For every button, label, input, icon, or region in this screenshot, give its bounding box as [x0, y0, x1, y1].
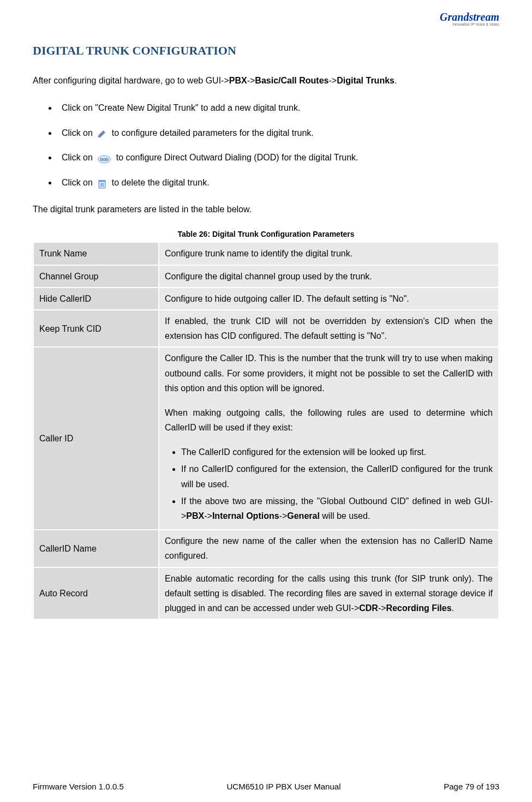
list-item: If no CallerID configured for the extens…: [181, 462, 493, 491]
intro-basiccall: Basic/Call Routes: [255, 76, 328, 85]
edit-icon: [97, 129, 107, 137]
table-row: Keep Trunk CID If enabled, the trunk CID…: [33, 310, 499, 347]
brand-logo-text: Grandstream: [417, 11, 499, 23]
dod-icon: DOD: [97, 154, 111, 163]
list-item: Click on DOD to configure Direct Outward…: [57, 151, 499, 165]
list-item: Click on to delete the digital trunk.: [57, 176, 499, 190]
footer-page-number: Page 79 of 193: [444, 782, 499, 791]
footer-doc-title: UCM6510 IP PBX User Manual: [227, 782, 341, 791]
list-item: Click on to configure detailed parameter…: [57, 126, 499, 140]
list-item: Click on "Create New Digital Trunk" to a…: [57, 101, 499, 115]
mid-paragraph: The digital trunk parameters are listed …: [33, 203, 499, 216]
delete-icon: [97, 179, 107, 188]
bullet-text: to configure Direct Outward Dialing (DOD…: [116, 153, 358, 162]
autorecord-rf: Recording Files: [386, 603, 452, 613]
bullet-text: Click on "Create New Digital Trunk" to a…: [62, 103, 300, 112]
table-row: Trunk Name Configure trunk name to ident…: [33, 242, 499, 265]
bullet-text: Click on: [62, 153, 95, 162]
rule3-arr1: ->: [204, 511, 212, 520]
param-description: Configure the new name of the caller whe…: [159, 530, 499, 567]
table-row: Auto Record Enable automatic recording f…: [33, 567, 499, 620]
callerid-para1: Configure the Caller ID. This is the num…: [165, 351, 493, 396]
bullet-text: Click on: [62, 128, 95, 137]
rule3-end: will be used.: [320, 511, 370, 520]
param-description: Configure the digital channel group used…: [159, 265, 499, 288]
intro-end: .: [394, 76, 397, 85]
param-label: Auto Record: [33, 567, 159, 620]
table-caption: Table 26: Digital Trunk Configuration Pa…: [33, 230, 499, 238]
param-description: If enabled, the trunk CID will not be ov…: [159, 310, 499, 347]
intro-arrow1: ->: [247, 76, 255, 85]
intro-text: After configuring digital hardware, go t…: [33, 76, 229, 85]
rule3-gen: General: [287, 511, 320, 520]
intro-arrow2: ->: [328, 76, 337, 85]
brand-logo-tagline: Innovative IP Voice & Video: [417, 22, 499, 26]
rule3-io: Internal Options: [212, 511, 279, 520]
svg-text:DOD: DOD: [100, 158, 109, 161]
table-row: Channel Group Configure the digital chan…: [33, 265, 499, 288]
callerid-para2: When making outgoing calls, the followin…: [165, 405, 493, 435]
rule3-arr2: ->: [279, 511, 288, 520]
svg-rect-6: [99, 180, 106, 181]
bullet-text: Click on: [62, 178, 95, 187]
intro-digitaltrunks: Digital Trunks: [337, 76, 394, 85]
table-row: CallerID Name Configure the new name of …: [33, 530, 499, 567]
param-description: Configure trunk name to identify the dig…: [159, 242, 499, 265]
param-description: Configure the Caller ID. This is the num…: [159, 347, 499, 530]
page-title: DIGITAL TRUNK CONFIGURATION: [33, 44, 499, 58]
autorecord-arr: ->: [378, 603, 386, 613]
brand-logo: Grandstream Innovative IP Voice & Video: [417, 11, 499, 38]
table-row: Caller ID Configure the Caller ID. This …: [33, 347, 499, 530]
bullet-text: to configure detailed parameters for the…: [112, 128, 314, 137]
param-label: Caller ID: [33, 347, 159, 530]
autorecord-cdr: CDR: [359, 603, 378, 613]
list-item: The CallerID configured for the extensio…: [181, 445, 493, 459]
param-label: Keep Trunk CID: [33, 310, 159, 347]
param-label: CallerID Name: [33, 530, 159, 567]
param-label: Hide CallerID: [33, 288, 159, 310]
callerid-rules-list: The CallerID configured for the extensio…: [165, 445, 493, 523]
param-description: Configure to hide outgoing caller ID. Th…: [159, 288, 499, 310]
parameters-table: Trunk Name Configure trunk name to ident…: [33, 242, 499, 620]
list-item: If the above two are missing, the "Globa…: [181, 494, 493, 523]
intro-pbx: PBX: [229, 76, 247, 85]
bullet-text: to delete the digital trunk.: [112, 178, 210, 187]
intro-paragraph: After configuring digital hardware, go t…: [33, 74, 499, 87]
param-description: Enable automatic recording for the calls…: [159, 567, 499, 620]
actions-list: Click on "Create New Digital Trunk" to a…: [33, 101, 499, 189]
footer-firmware-version: Firmware Version 1.0.0.5: [33, 782, 124, 791]
table-row: Hide CallerID Configure to hide outgoing…: [33, 288, 499, 310]
param-label: Channel Group: [33, 265, 159, 288]
autorecord-end: .: [452, 603, 454, 613]
rule3-pbx: PBX: [186, 511, 204, 520]
param-label: Trunk Name: [33, 242, 159, 265]
page-footer: Firmware Version 1.0.0.5 UCM6510 IP PBX …: [33, 782, 499, 791]
